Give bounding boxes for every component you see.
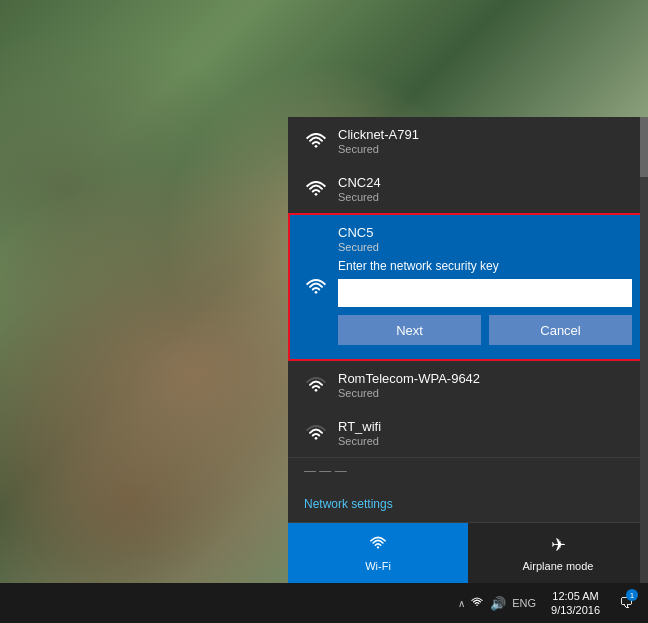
wifi-quick-icon xyxy=(368,535,388,556)
quick-actions-bar: Wi-Fi ✈ Airplane mode xyxy=(288,522,648,583)
scrollbar-thumb[interactable] xyxy=(640,117,648,177)
tray-icons: ∧ 🔊 ENG xyxy=(452,596,543,611)
clock-area[interactable]: 12:05 AM 9/13/2016 xyxy=(543,583,608,623)
connect-buttons: Next Cancel xyxy=(338,315,632,345)
airplane-quick-icon: ✈ xyxy=(551,534,566,556)
wifi-network-info: CNC24 Secured xyxy=(338,175,632,203)
wifi-quick-label: Wi-Fi xyxy=(365,560,391,572)
wifi-network-item[interactable]: CNC24 Secured xyxy=(288,165,648,213)
wifi-network-item-active[interactable]: CNC5 Secured Enter the network security … xyxy=(288,213,648,361)
network-settings-link[interactable]: Network settings xyxy=(304,497,393,511)
panel-scrollbar[interactable] xyxy=(640,117,648,583)
volume-tray-icon[interactable]: 🔊 xyxy=(490,596,506,611)
security-key-input[interactable] xyxy=(338,279,632,307)
clock-time: 12:05 AM xyxy=(552,589,598,603)
wifi-network-info: RomTelecom-WPA-9642 Secured xyxy=(338,371,632,399)
wifi-network-item[interactable]: RT_wifi Secured xyxy=(288,409,648,457)
wifi-network-item[interactable]: Clicknet-A791 Secured xyxy=(288,117,648,165)
wifi-network-info: Clicknet-A791 Secured xyxy=(338,127,632,155)
connect-form: Enter the network security key Next Canc… xyxy=(338,253,632,349)
tray-overflow-icon[interactable]: ∧ xyxy=(456,598,467,609)
network-tray-icon[interactable] xyxy=(470,596,484,611)
notification-badge: 1 xyxy=(626,589,638,601)
wifi-signal-icon xyxy=(304,131,328,151)
wifi-signal-icon xyxy=(304,277,328,297)
clock-date: 9/13/2016 xyxy=(551,603,600,617)
cancel-button[interactable]: Cancel xyxy=(489,315,632,345)
wifi-network-status-active: Secured xyxy=(338,241,632,253)
wifi-network-name: Clicknet-A791 xyxy=(338,127,632,142)
wifi-network-status: Secured xyxy=(338,435,632,447)
notification-center-icon[interactable]: 🗨 1 xyxy=(608,583,644,623)
wifi-network-status: Secured xyxy=(338,143,632,155)
wifi-network-list: Clicknet-A791 Secured CNC24 Secured xyxy=(288,117,648,484)
wifi-signal-icon xyxy=(304,423,328,443)
wifi-network-item[interactable]: RomTelecom-WPA-9642 Secured xyxy=(288,361,648,409)
system-tray: ∧ 🔊 ENG 12:05 AM 9/13/2016 🗨 1 xyxy=(452,583,644,623)
taskbar: ∧ 🔊 ENG 12:05 AM 9/13/2016 🗨 1 xyxy=(0,583,648,623)
airplane-mode-quick-action[interactable]: ✈ Airplane mode xyxy=(468,523,648,583)
wifi-network-status: Secured xyxy=(338,387,632,399)
wifi-signal-icon xyxy=(304,179,328,199)
taskbar-right: ∧ 🔊 ENG 12:05 AM 9/13/2016 🗨 1 xyxy=(452,583,648,623)
wifi-network-name: RomTelecom-WPA-9642 xyxy=(338,371,632,386)
more-networks-indicator: — — — xyxy=(288,457,648,484)
wifi-panel: Clicknet-A791 Secured CNC24 Secured xyxy=(288,117,648,583)
wifi-network-name-active: CNC5 xyxy=(338,225,632,240)
wifi-network-status: Secured xyxy=(338,191,632,203)
language-tray-label[interactable]: ENG xyxy=(512,597,536,609)
wifi-network-name: RT_wifi xyxy=(338,419,632,434)
wifi-network-name: CNC24 xyxy=(338,175,632,190)
wifi-signal-icon xyxy=(304,375,328,395)
wifi-network-info-active: CNC5 Secured Enter the network security … xyxy=(338,225,632,349)
next-button[interactable]: Next xyxy=(338,315,481,345)
wifi-quick-action[interactable]: Wi-Fi xyxy=(288,523,468,583)
network-settings-section: Network settings xyxy=(288,484,648,522)
wifi-network-info: RT_wifi Secured xyxy=(338,419,632,447)
airplane-quick-label: Airplane mode xyxy=(523,560,594,572)
security-key-label: Enter the network security key xyxy=(338,259,632,273)
